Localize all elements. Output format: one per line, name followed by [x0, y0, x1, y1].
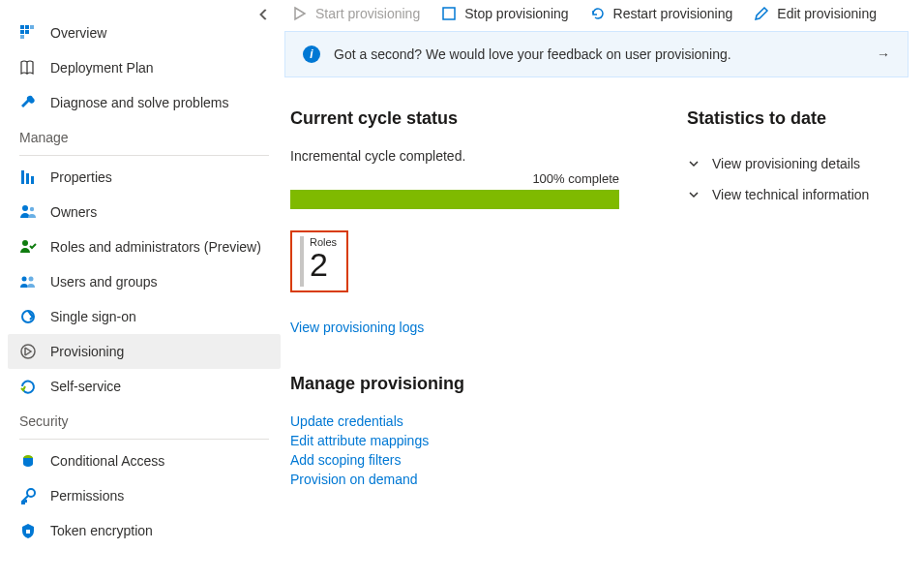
toolbar-label: Edit provisioning: [777, 6, 877, 21]
svg-rect-17: [26, 530, 30, 534]
sidebar-item-owners[interactable]: Owners: [8, 195, 281, 229]
users-groups-icon: [19, 273, 37, 290]
start-provisioning-button[interactable]: Start provisioning: [292, 6, 420, 21]
sidebar-heading-security: Security: [8, 404, 281, 435]
sidebar-item-label: Token encryption: [50, 523, 153, 538]
sidebar-item-diagnose[interactable]: Diagnose and solve problems: [8, 85, 281, 120]
sidebar-item-label: Deployment Plan: [50, 60, 154, 76]
sidebar: Overview Deployment Plan Diagnose and so…: [0, 0, 281, 580]
sidebar-item-conditional-access[interactable]: Conditional Access: [8, 443, 281, 478]
sidebar-item-label: Permissions: [50, 488, 124, 504]
svg-rect-2: [20, 30, 24, 34]
feedback-banner[interactable]: i Got a second? We would love your feedb…: [284, 31, 909, 77]
sidebar-item-label: Self-service: [50, 379, 121, 394]
svg-point-11: [22, 240, 28, 246]
provisioning-icon: [19, 343, 37, 360]
svg-point-16: [27, 489, 35, 497]
play-icon: [292, 6, 308, 21]
svg-rect-0: [20, 25, 24, 29]
view-technical-information-toggle[interactable]: View technical information: [687, 179, 869, 210]
divider: [19, 439, 269, 440]
svg-rect-8: [31, 176, 34, 184]
roles-count: 2: [310, 248, 337, 281]
statistics-title: Statistics to date: [687, 108, 869, 129]
permissions-icon: [19, 487, 37, 504]
collapse-sidebar-button[interactable]: [257, 8, 271, 24]
sidebar-item-label: Overview: [50, 25, 106, 41]
svg-rect-6: [21, 170, 24, 184]
chevron-down-icon: [687, 157, 700, 170]
svg-rect-5: [20, 35, 24, 39]
info-icon: i: [303, 46, 320, 63]
stat-label: View provisioning details: [712, 156, 860, 171]
svg-point-13: [29, 277, 34, 282]
svg-rect-1: [25, 25, 29, 29]
main-content: Start provisioning Stop provisioning Res…: [281, 0, 924, 580]
edit-icon: [754, 6, 769, 21]
sidebar-item-token-encryption[interactable]: Token encryption: [8, 513, 281, 548]
sidebar-item-self-service[interactable]: Self-service: [8, 369, 281, 404]
sidebar-item-label: Owners: [50, 204, 97, 220]
sidebar-item-label: Roles and administrators (Preview): [50, 239, 261, 255]
sidebar-item-users-groups[interactable]: Users and groups: [8, 264, 281, 299]
toolbar: Start provisioning Stop provisioning Res…: [284, 0, 912, 31]
cycle-status-title: Current cycle status: [290, 108, 639, 129]
sidebar-item-properties[interactable]: Properties: [8, 160, 281, 195]
provision-on-demand-link[interactable]: Provision on demand: [290, 472, 639, 487]
self-service-icon: [19, 378, 37, 395]
roles-icon: [19, 238, 37, 256]
cycle-status-text: Incremental cycle completed.: [290, 148, 639, 164]
wrench-icon: [19, 94, 37, 111]
stat-label: View technical information: [712, 187, 869, 202]
sidebar-item-label: Diagnose and solve problems: [50, 95, 228, 110]
update-credentials-link[interactable]: Update credentials: [290, 413, 639, 429]
svg-rect-4: [30, 25, 34, 29]
roles-card[interactable]: Roles 2: [290, 230, 348, 292]
sso-icon: [19, 308, 37, 325]
arrow-right-icon: →: [877, 46, 890, 62]
stop-provisioning-button[interactable]: Stop provisioning: [441, 6, 568, 21]
svg-point-15: [21, 345, 35, 358]
sidebar-item-roles[interactable]: Roles and administrators (Preview): [8, 229, 281, 264]
add-scoping-filters-link[interactable]: Add scoping filters: [290, 452, 639, 468]
svg-rect-7: [26, 173, 29, 184]
conditional-access-icon: [19, 452, 37, 470]
book-icon: [19, 59, 37, 76]
toolbar-label: Restart provisioning: [613, 6, 733, 21]
overview-icon: [19, 24, 37, 42]
owners-icon: [19, 203, 37, 221]
toolbar-label: Start provisioning: [315, 6, 420, 21]
stop-icon: [441, 6, 457, 21]
sidebar-item-sso[interactable]: Single sign-on: [8, 299, 281, 334]
restart-provisioning-button[interactable]: Restart provisioning: [590, 6, 733, 21]
sidebar-item-permissions[interactable]: Permissions: [8, 478, 281, 513]
progress-bar: [290, 190, 619, 209]
restart-icon: [590, 6, 606, 21]
svg-rect-18: [443, 8, 455, 19]
divider: [19, 155, 269, 156]
svg-point-12: [22, 277, 27, 282]
sidebar-item-label: Conditional Access: [50, 453, 164, 469]
svg-point-9: [22, 205, 28, 211]
view-provisioning-details-toggle[interactable]: View provisioning details: [687, 148, 869, 179]
sidebar-heading-manage: Manage: [8, 120, 281, 151]
manage-provisioning-title: Manage provisioning: [290, 374, 639, 394]
feedback-text: Got a second? We would love your feedbac…: [334, 46, 863, 62]
edit-provisioning-button[interactable]: Edit provisioning: [754, 6, 877, 21]
sidebar-item-label: Users and groups: [50, 274, 158, 290]
svg-rect-3: [25, 30, 29, 34]
svg-point-10: [30, 207, 34, 211]
edit-attribute-mappings-link[interactable]: Edit attribute mappings: [290, 433, 639, 448]
sidebar-item-label: Single sign-on: [50, 309, 136, 324]
toolbar-label: Stop provisioning: [464, 6, 568, 21]
sidebar-item-label: Properties: [50, 169, 112, 185]
view-provisioning-logs-link[interactable]: View provisioning logs: [290, 320, 639, 335]
sidebar-item-provisioning[interactable]: Provisioning: [8, 334, 281, 369]
token-encryption-icon: [19, 522, 37, 539]
sidebar-item-deployment-plan[interactable]: Deployment Plan: [8, 50, 281, 85]
roles-card-bar: [300, 236, 304, 287]
sidebar-item-overview[interactable]: Overview: [8, 15, 281, 50]
sidebar-item-label: Provisioning: [50, 344, 124, 359]
chevron-down-icon: [687, 188, 700, 201]
properties-icon: [19, 168, 37, 186]
